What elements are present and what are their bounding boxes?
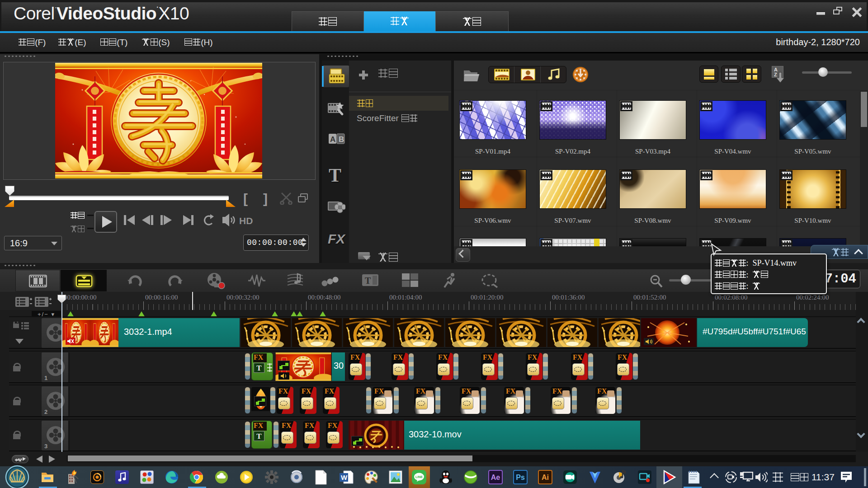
svg-text:A: A xyxy=(330,135,335,144)
svg-text:LINE: LINE xyxy=(415,475,423,479)
svg-text:HD: HD xyxy=(239,216,253,226)
svg-text:Z: Z xyxy=(774,72,777,77)
svg-text:B: B xyxy=(339,135,344,144)
svg-text:W: W xyxy=(341,474,348,481)
svg-text:T: T xyxy=(365,276,371,286)
